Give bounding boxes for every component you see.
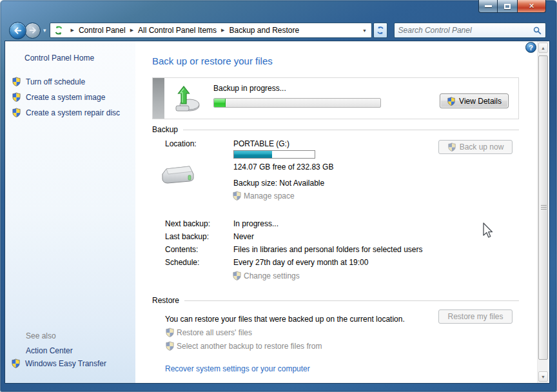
uac-shield-icon	[12, 77, 21, 86]
breadcrumb-separator-icon: ▶	[71, 28, 74, 33]
sidebar-item-action-center[interactable]: Action Center	[26, 346, 73, 355]
contents-value: Files in libraries and personal folders …	[233, 245, 422, 254]
back-up-now-label: Back up now	[460, 142, 504, 152]
contents-label: Contents:	[165, 245, 198, 254]
restore-section-label: Restore	[152, 296, 179, 305]
sidebar-item-label: Windows Easy Transfer	[25, 359, 106, 368]
recover-system-link[interactable]: Recover system settings or your computer	[165, 364, 310, 373]
minimize-button[interactable]	[478, 0, 498, 13]
uac-shield-icon	[447, 97, 456, 106]
schedule-value: Every 27th day of every month at 19:00	[233, 258, 368, 267]
backup-section-header: Backup	[152, 125, 519, 134]
address-bar[interactable]: ▶ Control Panel ▶ All Control Panel Item…	[50, 23, 372, 38]
next-backup-value: In progress...	[233, 219, 278, 228]
forward-button[interactable]	[24, 23, 41, 39]
backup-section-label: Backup	[152, 125, 178, 134]
minimize-icon	[485, 5, 492, 7]
see-also-heading: See also	[26, 331, 56, 340]
scrollbar-thumb[interactable]	[538, 55, 548, 360]
sidebar-item-control-panel-home[interactable]: Control Panel Home	[24, 54, 94, 63]
last-backup-value: Never	[233, 232, 254, 241]
manage-space-label: Manage space	[244, 191, 295, 201]
refresh-icon	[376, 26, 385, 35]
breadcrumb-separator-icon: ▶	[130, 28, 133, 33]
sidebar-item-create-system-image[interactable]: Create a system image	[12, 92, 105, 102]
change-settings-link[interactable]: Change settings	[232, 271, 300, 280]
scroll-up-button[interactable]: ▲	[538, 43, 548, 53]
search-box	[394, 23, 546, 38]
sidebar-item-label: Create a system repair disc	[26, 108, 120, 117]
select-another-backup-label: Select another backup to restore files f…	[177, 342, 322, 351]
back-button[interactable]	[9, 22, 26, 39]
sidebar-item-create-repair-disc[interactable]: Create a system repair disc	[12, 108, 120, 117]
section-divider	[184, 300, 519, 301]
uac-shield-icon	[165, 341, 175, 351]
breadcrumb-backup-restore[interactable]: Backup and Restore	[229, 26, 299, 35]
forward-arrow-icon	[28, 26, 37, 35]
location-value: PORTABLE (G:)	[233, 139, 289, 148]
uac-shield-icon	[12, 92, 21, 102]
recent-pages-dropdown-icon[interactable]: ▾	[43, 27, 46, 34]
close-icon: ✕	[529, 2, 534, 10]
view-details-button[interactable]: View Details	[440, 93, 509, 108]
help-icon: ?	[529, 44, 533, 52]
back-arrow-icon	[13, 26, 23, 35]
sidebar-item-turn-off-schedule[interactable]: Turn off schedule	[12, 77, 85, 86]
search-input[interactable]	[398, 26, 533, 35]
help-button[interactable]: ?	[525, 42, 536, 53]
scrollbar-grip-icon	[541, 205, 547, 210]
last-backup-label: Last backup:	[165, 232, 209, 241]
back-up-now-button[interactable]: Back up now	[438, 140, 513, 154]
backup-size-text: Backup size: Not Available	[233, 179, 324, 188]
uac-shield-icon	[165, 328, 175, 337]
sidebar-item-windows-easy-transfer[interactable]: Windows Easy Transfer	[11, 358, 106, 368]
content-area: Control Panel Home Turn off schedule Cre…	[5, 41, 549, 383]
restore-my-files-button[interactable]: Restore my files	[438, 309, 513, 324]
free-space-text: 124.07 GB free of 232.83 GB	[233, 162, 333, 172]
manage-space-link[interactable]: Manage space	[232, 191, 295, 201]
restore-all-users-link[interactable]: Restore all users' files	[165, 328, 252, 337]
page-title: Back up or restore your files	[152, 55, 273, 66]
breadcrumb-control-panel[interactable]: Control Panel	[79, 26, 126, 35]
window-controls: ✕	[478, 0, 546, 13]
search-icon[interactable]	[533, 26, 542, 35]
close-button[interactable]: ✕	[517, 0, 546, 13]
location-label: Location:	[165, 139, 197, 148]
scroll-up-icon: ▲	[541, 46, 545, 50]
scroll-down-icon: ▼	[541, 375, 545, 379]
restore-all-users-label: Restore all users' files	[177, 328, 252, 337]
maximize-icon	[504, 4, 511, 9]
backup-progress-fill	[214, 99, 226, 107]
sidebar-item-label: Turn off schedule	[26, 77, 85, 86]
restore-section-header: Restore	[152, 296, 519, 305]
maximize-button[interactable]	[498, 0, 517, 13]
uac-shield-icon	[11, 358, 21, 368]
backup-status-text: Backup in progress...	[213, 84, 286, 93]
address-dropdown-icon[interactable]: ▼	[358, 28, 371, 33]
restore-description: You can restore your files that were bac…	[165, 315, 436, 324]
uac-shield-icon	[12, 108, 21, 117]
disk-usage-fill	[234, 151, 272, 158]
backup-progress-bar	[213, 98, 381, 108]
refresh-button[interactable]	[373, 23, 387, 38]
vertical-scrollbar[interactable]: ▲ ▼	[537, 41, 548, 383]
section-divider	[183, 130, 519, 130]
select-another-backup-link[interactable]: Select another backup to restore files f…	[165, 341, 322, 351]
scroll-down-button[interactable]: ▼	[538, 371, 548, 382]
view-details-label: View Details	[459, 97, 502, 106]
backup-restore-icon[interactable]	[54, 25, 64, 35]
schedule-label: Schedule:	[165, 258, 199, 267]
banner-accent-strip	[153, 78, 164, 119]
navigation-bar: ▾ ▶ Control Panel ▶ All Control Panel It…	[5, 21, 549, 39]
backup-drive-icon	[172, 84, 202, 113]
sidebar-item-label: Create a system image	[26, 93, 105, 102]
sidebar: Control Panel Home Turn off schedule Cre…	[5, 41, 135, 383]
uac-shield-icon	[447, 142, 456, 152]
location-drive-icon	[160, 161, 196, 187]
breadcrumb-separator-icon: ▶	[221, 28, 224, 33]
uac-shield-icon	[232, 191, 242, 201]
backup-restore-window: ✕ ▾ ▶ Control Panel ▶ All Control Panel …	[0, 0, 557, 392]
breadcrumb-all-items[interactable]: All Control Panel Items	[138, 26, 217, 35]
next-backup-label: Next backup:	[165, 219, 210, 228]
uac-shield-icon	[232, 271, 242, 280]
